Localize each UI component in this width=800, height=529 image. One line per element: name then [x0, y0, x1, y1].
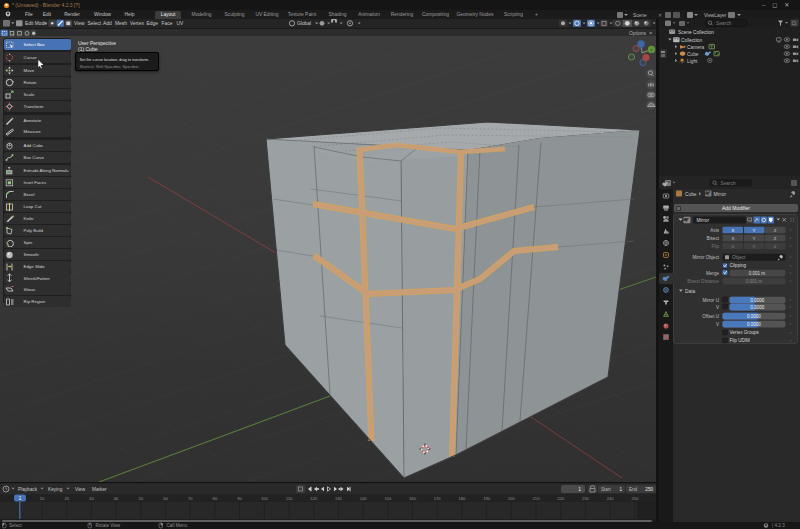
svg-text:Rotate View: Rotate View [96, 523, 121, 528]
svg-text:Offset U: Offset U [702, 314, 719, 319]
svg-text:80: 80 [213, 496, 218, 501]
svg-text:Bisect: Bisect [706, 236, 719, 241]
svg-text:Select: Select [88, 21, 102, 26]
svg-text:Mirror: Mirror [696, 218, 709, 223]
svg-text:Select: Select [9, 523, 22, 528]
svg-text:Start: Start [601, 487, 611, 492]
svg-text:Mirror Object: Mirror Object [692, 254, 719, 259]
svg-text:240: 240 [607, 496, 615, 501]
svg-text:Edit Mode: Edit Mode [25, 21, 47, 26]
svg-text:160: 160 [409, 496, 417, 501]
svg-text:180: 180 [458, 496, 466, 501]
svg-text:X: X [731, 228, 734, 233]
svg-text:Flip: Flip [711, 244, 719, 249]
svg-text:Merge: Merge [705, 271, 718, 276]
svg-text:End: End [629, 487, 638, 492]
svg-text:Mesh: Mesh [115, 21, 127, 26]
svg-text:90: 90 [237, 496, 242, 501]
svg-text:220: 220 [557, 496, 565, 501]
svg-text:150: 150 [384, 496, 392, 501]
svg-text:250: 250 [631, 496, 639, 501]
svg-text:Add: Add [103, 21, 112, 26]
svg-text:Scene Collection: Scene Collection [678, 30, 714, 35]
svg-text:30: 30 [89, 496, 94, 501]
svg-text:Scene: Scene [633, 13, 647, 18]
svg-text:Z: Z [773, 236, 776, 241]
svg-text:View: View [75, 487, 86, 492]
svg-text:Y: Y [650, 48, 653, 53]
svg-text:Keying: Keying [48, 487, 63, 492]
svg-text:40: 40 [114, 496, 119, 501]
svg-text:Z: Z [773, 228, 776, 233]
svg-text:110: 110 [286, 496, 293, 501]
svg-text:Camera: Camera [687, 44, 704, 49]
svg-text:Flip UDIM: Flip UDIM [729, 338, 750, 343]
svg-text:UV: UV [177, 21, 185, 26]
svg-text:Z: Z [773, 244, 776, 249]
svg-text:Mirror: Mirror [713, 192, 726, 197]
svg-text:Bisect Distance: Bisect Distance [687, 279, 719, 284]
svg-text:0.001 m: 0.001 m [748, 271, 765, 276]
svg-text:Y: Y [752, 236, 755, 241]
svg-text:210: 210 [533, 496, 541, 501]
svg-text:50: 50 [139, 496, 144, 501]
svg-text:1: 1 [578, 487, 581, 492]
svg-text:Playback: Playback [18, 487, 38, 492]
svg-text:0.0000: 0.0000 [750, 297, 764, 302]
svg-text:1: 1 [19, 496, 22, 501]
svg-text:Clipping: Clipping [729, 263, 746, 268]
svg-text:140: 140 [360, 496, 368, 501]
svg-text:0.0000: 0.0000 [747, 322, 761, 327]
svg-text:0.0000: 0.0000 [747, 314, 761, 319]
svg-text:Y: Y [752, 244, 755, 249]
svg-text:170: 170 [434, 496, 442, 501]
svg-text:V: V [715, 322, 719, 327]
svg-text:Collection: Collection [681, 37, 702, 42]
svg-text:Marker: Marker [92, 487, 107, 492]
svg-text:190: 190 [483, 496, 491, 501]
svg-text:Object: Object [732, 254, 746, 259]
svg-text:100: 100 [261, 496, 269, 501]
svg-text:200: 200 [508, 496, 516, 501]
svg-text:X: X [731, 244, 734, 249]
svg-text:Vertex: Vertex [130, 21, 144, 26]
svg-text:0.001 m: 0.001 m [745, 279, 762, 284]
svg-text:20: 20 [64, 496, 69, 501]
svg-text:Data: Data [685, 289, 695, 294]
svg-text:X: X [731, 236, 734, 241]
svg-text:Search: Search [716, 21, 732, 26]
svg-text:Mirror U: Mirror U [702, 297, 719, 302]
svg-text:V: V [715, 305, 719, 310]
svg-text:Search: Search [720, 181, 736, 186]
svg-text:250: 250 [645, 487, 653, 492]
svg-text:Call Menu: Call Menu [167, 523, 188, 528]
svg-text:View: View [74, 21, 85, 26]
svg-text:1: 1 [619, 487, 622, 492]
svg-text:Vertex Groups: Vertex Groups [729, 330, 759, 335]
svg-text:0.0000: 0.0000 [750, 305, 764, 310]
svg-text:Cube: Cube [687, 51, 699, 56]
svg-text:Axis: Axis [710, 228, 719, 233]
svg-text:120: 120 [310, 496, 318, 501]
svg-text:230: 230 [582, 496, 590, 501]
svg-text:Light: Light [687, 59, 698, 64]
svg-text:10: 10 [40, 496, 45, 501]
svg-text:| 4.2.3: | 4.2.3 [772, 523, 785, 528]
svg-text:Global: Global [297, 21, 311, 26]
svg-text:Face: Face [162, 21, 173, 26]
svg-text:Edge: Edge [147, 21, 159, 26]
svg-text:130: 130 [335, 496, 343, 501]
svg-text:60: 60 [163, 496, 168, 501]
svg-text:Cube: Cube [685, 192, 697, 197]
svg-text:Y: Y [752, 228, 755, 233]
svg-text:70: 70 [188, 496, 193, 501]
